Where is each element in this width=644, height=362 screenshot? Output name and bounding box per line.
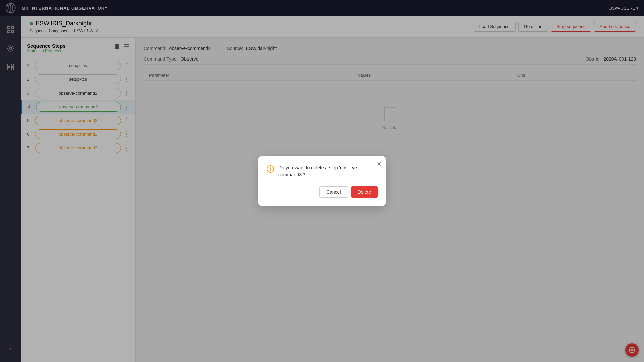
- delete-confirm-modal: ✕ Do you want to delete a step 'observe-…: [258, 156, 386, 206]
- modal-message: Do you want to delete a step 'observe-co…: [278, 164, 378, 178]
- delete-button[interactable]: Delete: [351, 186, 378, 198]
- modal-body: Do you want to delete a step 'observe-co…: [266, 164, 378, 178]
- modal-overlay[interactable]: ✕ Do you want to delete a step 'observe-…: [0, 0, 644, 362]
- cancel-button[interactable]: Cancel: [319, 186, 348, 198]
- modal-actions: Cancel Delete: [266, 186, 378, 198]
- modal-close-button[interactable]: ✕: [377, 160, 382, 168]
- modal-message-text: Do you want to delete a step 'observe-co…: [278, 165, 358, 177]
- svg-point-25: [270, 170, 271, 171]
- warning-icon: [266, 165, 274, 173]
